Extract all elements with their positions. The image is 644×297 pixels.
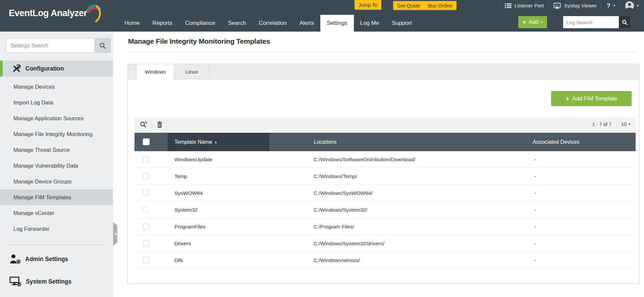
associated-devices-cell: - [534,218,536,235]
syslog-viewer-label: Syslog Viewer [564,3,597,9]
location-cell: C:/Windows/System32/drivers/ [314,235,384,252]
column-header-locations[interactable]: Locations [314,133,337,151]
tab-linux[interactable]: Linux [174,64,209,79]
log-search-button[interactable] [619,16,630,28]
associated-devices-cell: - [534,168,536,185]
trash-icon [157,121,162,128]
settings-search [6,38,111,53]
buy-online-button[interactable]: Buy Online [424,1,457,10]
template-name-cell[interactable]: System32 [174,202,198,218]
add-fim-template-button[interactable]: + Add FIM Template [551,91,632,106]
svg-text:01: 01 [556,4,559,7]
column-header-template-name[interactable]: Template Name▲ [174,133,217,152]
associated-devices-cell: - [534,185,536,202]
location-cell: C:/Program Files/ [314,218,354,235]
template-name-cell[interactable]: SysWOW64 [174,185,203,202]
row-checkbox[interactable] [143,240,149,246]
help-menu-button[interactable]: ? ▾ [602,2,620,9]
sidebar-item-manage-vulnerability-data[interactable]: Manage Vulnerability Data [0,158,113,174]
template-name-cell[interactable]: Dlls [174,252,183,269]
select-all-checkbox[interactable] [143,138,150,145]
sidebar-collapse-handle[interactable] [113,222,117,246]
table-row: Dlls C:/Windows/winsxs/ - [135,252,636,269]
sidebar-section-configuration[interactable]: Configuration [0,60,113,77]
table-toolbar: 1 - 7 of 7 10 ▾ [135,117,636,131]
plus-icon: + [566,95,569,102]
fim-templates-panel: Windows Linux + Add FIM Template [127,64,639,284]
add-button[interactable]: + Add ▾ [518,16,547,28]
settings-search-button[interactable] [95,38,111,53]
location-cell: C:/Windows/Temp/ [314,168,357,185]
app-logo-text: EventLog Analyzer [9,8,87,18]
nav-item-log-me[interactable]: Log Me [354,15,386,32]
admin-settings-label: Admin Settings [25,256,68,263]
template-name-cell[interactable]: Drivers [174,235,191,252]
row-checkbox[interactable] [143,223,149,229]
sidebar-item-system-settings[interactable]: System Settings [0,274,113,289]
row-checkbox[interactable] [143,173,149,179]
sidebar-item-manage-fim-templates[interactable]: Manage FIM Templates [0,189,113,205]
template-name-cell[interactable]: Temp [174,168,187,185]
chevron-down-icon: ▾ [629,123,630,126]
settings-sidebar: Configuration Manage Devices Import Log … [0,32,113,297]
search-icon [622,19,628,25]
sort-asc-icon: ▲ [214,140,217,144]
tab-windows[interactable]: Windows [136,64,174,80]
settings-search-input[interactable] [6,38,95,53]
sidebar-item-manage-devices[interactable]: Manage Devices [0,79,113,95]
sidebar-item-manage-threat-source[interactable]: Manage Threat Source [0,142,113,158]
nav-item-home[interactable]: Home [118,15,146,32]
pagination: 1 - 7 of 7 10 ▾ [592,121,630,128]
sidebar-item-manage-file-integrity-monitoring[interactable]: Manage File Integrity Monitoring [0,126,113,142]
sidebar-item-manage-application-sources[interactable]: Manage Application Sources [0,111,113,126]
sidebar-item-import-log-data[interactable]: Import Log Data [0,95,113,111]
user-menu-button[interactable]: ▾ [620,1,641,10]
template-name-header-label: Template Name [174,139,212,145]
log-search-input[interactable] [563,16,619,28]
row-checkbox[interactable] [143,257,149,263]
nav-item-support[interactable]: Support [385,15,418,32]
system-settings-label: System Settings [26,278,71,285]
logo-swoosh-icon [84,3,103,22]
row-checkbox[interactable] [143,156,149,162]
nav-item-alerts[interactable]: Alerts [293,15,320,32]
pagination-range: 1 - 7 of 7 [592,122,611,127]
help-icon: ? [606,2,610,9]
page-size-dropdown[interactable]: 10 ▾ [621,122,630,127]
listener-port-icon [505,3,512,8]
sidebar-item-manage-device-groups[interactable]: Manage Device Groups [0,174,113,189]
sidebar-item-admin-settings[interactable]: Admin Settings [0,251,113,267]
sidebar-menu: Manage Devices Import Log Data Manage Ap… [0,79,113,237]
template-name-cell[interactable]: WindowsUpdate [174,151,212,168]
pagination-divider [616,121,616,128]
table-search-button[interactable] [140,121,147,128]
toolbar-actions [140,121,162,128]
get-quote-button[interactable]: Get Quote [393,1,424,10]
associated-devices-cell: - [534,252,536,269]
syslog-viewer-button[interactable]: 01 Syslog Viewer [549,3,601,9]
table-row: WindowsUpdate C:/Windows/SoftwareDistrib… [135,151,636,168]
listener-port-button[interactable]: Listener Port [500,3,549,9]
os-tabbar: Windows Linux [128,64,639,79]
search-lines-icon [140,121,147,128]
sidebar-item-log-forwarder[interactable]: Log Forwarder [0,221,113,237]
nav-item-reports[interactable]: Reports [146,15,179,32]
toolbar-divider [152,121,152,128]
row-checkbox[interactable] [143,207,149,213]
delete-button[interactable] [157,121,162,128]
nav-item-compliance[interactable]: Compliance [179,15,222,32]
chevron-down-icon: ▾ [541,20,543,24]
chevron-down-icon: ▾ [613,4,615,7]
jump-to-button[interactable]: Jump To [355,0,381,10]
app-logo: EventLog Analyzer [9,8,87,18]
nav-item-settings[interactable]: Settings [320,15,354,32]
nav-item-correlation[interactable]: Correlation [253,15,293,32]
column-header-associated-devices[interactable]: Associated Devices [533,133,580,151]
associated-devices-cell: - [534,235,536,252]
row-checkbox[interactable] [143,190,149,196]
app-header: EventLog Analyzer Jump To Get Quote Buy … [0,0,644,32]
sidebar-item-manage-vcenter[interactable]: Manage vCenter [0,205,113,221]
section-accent-bar [0,60,3,77]
nav-item-search[interactable]: Search [222,15,253,32]
template-name-cell[interactable]: ProgramFiles [174,218,205,235]
